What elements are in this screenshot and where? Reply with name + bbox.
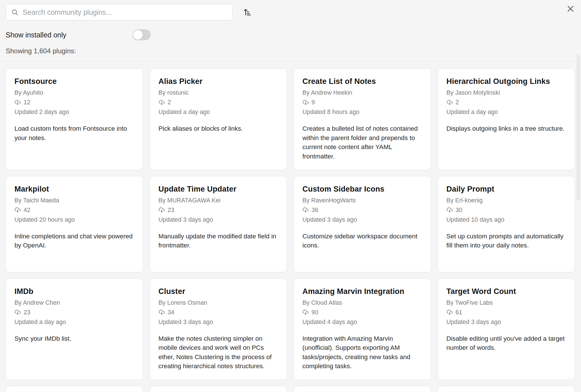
plugin-card[interactable]: Hierarchical Outgoing Links By Jason Mot… bbox=[438, 68, 575, 170]
plugin-updated: Updated 3 days ago bbox=[159, 319, 278, 326]
plugin-name: Markpilot bbox=[14, 185, 134, 194]
search-input[interactable] bbox=[23, 8, 227, 16]
sort-button[interactable] bbox=[241, 6, 254, 19]
plugin-updated: Updated 2 days ago bbox=[14, 109, 134, 116]
plugin-card[interactable]: vConsole By Zhou Hua 51 bbox=[150, 386, 287, 392]
download-cloud-icon bbox=[159, 99, 165, 106]
plugin-author: By TwoFive Labs bbox=[447, 299, 566, 306]
plugin-updated: Updated 20 hours ago bbox=[14, 216, 134, 223]
plugin-card[interactable]: Grind Manager By dromse 166 bbox=[438, 386, 575, 392]
plugin-name: Fontsource bbox=[14, 77, 134, 86]
plugin-description: Set up custom prompts and automatically … bbox=[447, 232, 566, 250]
plugin-name: Alias Picker bbox=[159, 77, 278, 86]
download-cloud-icon bbox=[14, 309, 21, 315]
plugin-downloads: 34 bbox=[159, 309, 278, 316]
download-count: 61 bbox=[456, 309, 462, 316]
download-count: 9 bbox=[311, 99, 315, 106]
plugin-downloads: 23 bbox=[14, 309, 134, 316]
search-icon bbox=[11, 9, 19, 16]
download-cloud-icon bbox=[447, 99, 453, 106]
plugin-description: Sync your IMDb list. bbox=[14, 334, 134, 344]
plugin-updated: Updated 8 hours ago bbox=[302, 109, 422, 116]
plugin-card[interactable]: Update Time Updater By MURATAGAWA Kei 23… bbox=[150, 176, 287, 272]
plugin-author: By Andrew Heekin bbox=[302, 89, 422, 96]
plugin-updated: Updated 3 days ago bbox=[159, 216, 278, 223]
plugin-downloads: 12 bbox=[14, 99, 134, 106]
plugin-card[interactable]: Markpilot By Taichi Maeda 42 Updated 20 … bbox=[6, 176, 143, 272]
download-count: 12 bbox=[24, 99, 30, 106]
plugin-author: By RavenHogWarts bbox=[302, 197, 422, 204]
plugin-downloads: 2 bbox=[447, 99, 566, 106]
download-cloud-icon bbox=[447, 309, 453, 315]
plugin-description: Creates a bulleted list of notes contain… bbox=[302, 124, 422, 161]
plugin-updated: Updated 10 days ago bbox=[447, 216, 566, 223]
plugin-card[interactable]: Dictionary translator By Grover 73 bbox=[294, 386, 431, 392]
show-installed-label: Show installed only bbox=[6, 31, 66, 39]
plugin-card[interactable]: External Links By Juan Vimberg 157 bbox=[6, 386, 143, 392]
download-count: 90 bbox=[311, 309, 318, 316]
plugin-downloads: 23 bbox=[159, 207, 278, 214]
plugin-updated: Updated 3 days ago bbox=[302, 216, 422, 223]
download-cloud-icon bbox=[302, 309, 309, 315]
plugin-updated: Updated 3 days ago bbox=[447, 319, 566, 326]
plugin-card[interactable]: Custom Sidebar Icons By RavenHogWarts 36… bbox=[294, 176, 431, 272]
community-plugins-header: Show installed only Showing 1,604 plugin… bbox=[0, 0, 581, 61]
plugin-card[interactable]: IMDb By Andrew Chen 23 Updated a day ago… bbox=[6, 278, 143, 380]
scrollbar-thumb[interactable] bbox=[576, 55, 580, 201]
plugin-name: Create List of Notes bbox=[302, 77, 422, 86]
plugin-author: By Lorens Osman bbox=[159, 299, 278, 306]
download-cloud-icon bbox=[447, 207, 453, 213]
plugin-name: Daily Prompt bbox=[447, 185, 566, 194]
plugin-author: By Andrew Chen bbox=[14, 299, 134, 306]
plugin-author: By Ayuhito bbox=[14, 89, 134, 96]
plugin-card[interactable]: Daily Prompt By Erl-koenig 30 Updated 10… bbox=[438, 176, 575, 272]
plugin-downloads: 2 bbox=[159, 99, 278, 106]
plugin-updated: Updated a day ago bbox=[447, 109, 566, 116]
plugin-updated: Updated a day ago bbox=[14, 319, 134, 326]
plugin-description: Make the notes clustering simpler on mob… bbox=[159, 334, 278, 371]
plugin-description: Inline completions and chat view powered… bbox=[14, 232, 134, 250]
search-box[interactable] bbox=[6, 4, 233, 20]
plugin-description: Pick aliases or blocks of links. bbox=[159, 124, 278, 134]
close-icon bbox=[566, 5, 575, 13]
plugin-count-text: Showing 1,604 plugins: bbox=[6, 47, 575, 61]
plugin-card[interactable]: Create List of Notes By Andrew Heekin 9 … bbox=[294, 68, 431, 170]
plugin-author: By Erl-koenig bbox=[447, 197, 566, 204]
plugin-card[interactable]: Alias Picker By rostunic 2 Updated a day… bbox=[150, 68, 287, 170]
plugin-name: Cluster bbox=[159, 287, 278, 296]
plugin-description: Load custom fonts from Fontsource into y… bbox=[14, 124, 134, 143]
plugin-description: Integration with Amazing Marvin (unoffic… bbox=[302, 334, 422, 371]
plugin-description: Customize sidebar workspace document ico… bbox=[302, 232, 422, 250]
download-cloud-icon bbox=[302, 207, 309, 213]
plugin-card[interactable]: Amazing Marvin Integration By Cloud Atla… bbox=[294, 278, 431, 380]
plugin-downloads: 36 bbox=[302, 207, 422, 214]
plugin-author: By rostunic bbox=[159, 89, 278, 96]
plugin-name: Hierarchical Outgoing Links bbox=[447, 77, 566, 86]
download-count: 36 bbox=[311, 207, 318, 214]
plugin-card[interactable]: Cluster By Lorens Osman 34 Updated 3 day… bbox=[150, 278, 287, 380]
plugin-card[interactable]: Target Word Count By TwoFive Labs 61 Upd… bbox=[438, 278, 575, 380]
sort-ascending-icon bbox=[243, 7, 252, 17]
plugin-downloads: 30 bbox=[447, 207, 566, 214]
plugin-downloads: 90 bbox=[302, 309, 422, 316]
plugin-name: Update Time Updater bbox=[159, 185, 278, 194]
plugin-author: By Jason Motylinski bbox=[447, 89, 566, 96]
download-cloud-icon bbox=[159, 309, 165, 315]
plugin-downloads: 9 bbox=[302, 99, 422, 106]
download-cloud-icon bbox=[302, 99, 309, 106]
plugin-updated: Updated 4 days ago bbox=[302, 319, 422, 326]
plugin-card[interactable]: Fontsource By Ayuhito 12 Updated 2 days … bbox=[6, 68, 143, 170]
download-cloud-icon bbox=[14, 99, 21, 106]
plugin-author: By Taichi Maeda bbox=[14, 197, 134, 204]
plugin-name: Amazing Marvin Integration bbox=[302, 287, 422, 296]
plugin-grid: Fontsource By Ayuhito 12 Updated 2 days … bbox=[0, 62, 581, 392]
download-count: 42 bbox=[24, 207, 30, 214]
show-installed-toggle[interactable] bbox=[132, 29, 151, 40]
plugin-description: Displays outgoing links in a tree struct… bbox=[447, 124, 566, 134]
download-cloud-icon bbox=[14, 207, 21, 213]
plugin-description: Disable editing until you've added a tar… bbox=[447, 334, 566, 353]
close-button[interactable] bbox=[565, 3, 576, 15]
plugin-name: Target Word Count bbox=[447, 287, 566, 296]
download-count: 34 bbox=[168, 309, 174, 316]
plugin-name: IMDb bbox=[14, 287, 134, 296]
